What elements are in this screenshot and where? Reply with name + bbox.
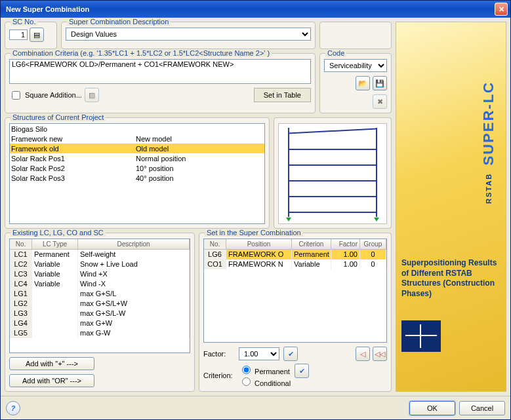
table-row[interactable]: LG4max G+W — [10, 318, 190, 328]
list-item[interactable]: Framework oldOld model — [10, 143, 264, 153]
product-banner: RSTAB SUPER-LC Superpositioning Results … — [396, 22, 506, 392]
list-item[interactable]: Solar Rack Pos210° position — [10, 163, 264, 173]
structures-label: Structures of Current Project — [10, 113, 106, 121]
description-select[interactable]: Design Values — [66, 28, 311, 41]
structure-preview — [278, 123, 387, 224]
pick-icon: ▨ — [85, 88, 99, 102]
help-icon[interactable]: ? — [6, 401, 20, 415]
sc-list-icon[interactable]: ▤ — [30, 28, 44, 42]
col-set-grp: Group — [360, 239, 386, 249]
structures-group: Structures of Current Project Biogas Sil… — [5, 117, 270, 229]
description-group: Super Combination Description Design Val… — [61, 22, 316, 49]
existing-label: Existing LC, LG, CO and SC — [10, 229, 106, 237]
col-type: LC Type — [32, 239, 78, 249]
col-set-pos: Position — [226, 239, 292, 249]
conditional-radio-label[interactable]: Conditional — [239, 379, 291, 387]
table-row[interactable]: LG2max G+S/L+W — [10, 299, 190, 309]
table-row[interactable]: LG1max G+S/L — [10, 289, 190, 299]
code-group: Code Serviceability 📂 💾 ✖ — [319, 53, 392, 113]
criterion-label: Criterion: — [203, 372, 235, 379]
criteria-label: Combination Criteria (e.g. '1.35*LC1 + 1… — [10, 49, 272, 57]
factor-apply-icon[interactable]: ✔ — [283, 347, 298, 361]
criterion-apply-icon[interactable]: ✔ — [295, 364, 309, 378]
sc-no-label: SC No. — [10, 18, 37, 26]
square-addition-label: Square Addition... — [25, 91, 82, 99]
existing-table[interactable]: No. LC Type Description LC1PermanentSelf… — [9, 239, 190, 353]
existing-group: Existing LC, LG, CO and SC No. LC Type D… — [5, 233, 195, 392]
col-no: No. — [10, 239, 32, 249]
col-set-crit: Criterion — [292, 239, 331, 249]
permanent-radio[interactable] — [242, 366, 251, 374]
list-item[interactable]: Solar Rack Pos1Normal position — [10, 153, 264, 163]
permanent-radio-label[interactable]: Permanent — [239, 368, 290, 375]
save-icon[interactable]: 💾 — [373, 76, 387, 90]
dialog-window: New Super Combination ✕ SC No. ▤ Super C… — [0, 0, 511, 420]
description-label: Super Combination Description — [67, 18, 171, 26]
code-label: Code — [325, 49, 346, 57]
list-item[interactable]: Biogas Silo — [10, 124, 264, 134]
list-item[interactable]: Solar Rack Pos340° position — [10, 173, 264, 183]
open-folder-icon[interactable]: 📂 — [356, 76, 370, 90]
factor-label: Factor: — [203, 350, 235, 358]
preview-group — [274, 117, 392, 229]
set-group: Set in the Super Combination No. Positio… — [199, 233, 392, 392]
table-row[interactable]: LC1PermanentSelf-weight — [10, 250, 190, 259]
blank-group — [319, 22, 392, 49]
criteria-textarea[interactable]: LG6<FRAMEWORK OLD>/Permanent + CO1<FRAME… — [9, 59, 311, 84]
factor-select[interactable]: 1.00 — [239, 347, 279, 360]
titlebar: New Super Combination ✕ — [1, 1, 510, 18]
add-with-or-button[interactable]: Add with "OR" ---> — [9, 374, 94, 387]
col-set-no: No. — [204, 239, 226, 249]
set-table[interactable]: No. Position Criterion Factor Group LG6F… — [203, 239, 387, 343]
sc-no-input[interactable] — [9, 29, 28, 40]
banner-text: Superpositioning Results of Different RS… — [401, 258, 501, 299]
code-select[interactable]: Serviceability — [324, 59, 387, 72]
ok-button[interactable]: OK — [409, 401, 455, 415]
footer: ? OK Cancel — [1, 396, 510, 419]
col-set-fac: Factor — [331, 239, 360, 249]
delete-icon: ✖ — [373, 94, 387, 109]
table-row[interactable]: LG6FRAMEWORK OPermanent1.000 — [204, 250, 386, 259]
col-desc: Description — [78, 239, 190, 249]
square-addition-checkbox[interactable] — [12, 91, 20, 100]
table-row[interactable]: LC3VariableWind +X — [10, 269, 190, 279]
sc-no-group: SC No. ▤ — [5, 22, 57, 49]
window-title: New Super Combination — [3, 5, 495, 13]
structures-list[interactable]: Biogas SiloFramework newNew modelFramewo… — [9, 123, 265, 224]
close-icon[interactable]: ✕ — [495, 3, 508, 16]
add-with-plus-button[interactable]: Add with "+" ---> — [9, 357, 94, 370]
set-label: Set in the Super Combination — [205, 229, 303, 237]
list-item[interactable]: Framework newNew model — [10, 134, 264, 143]
table-row[interactable]: CO1FRAMEWORK NVariable1.000 — [204, 259, 386, 269]
table-row[interactable]: LG3max G+S/L-W — [10, 309, 190, 318]
cancel-button[interactable]: Cancel — [459, 401, 505, 415]
conditional-radio[interactable] — [242, 377, 251, 386]
table-row[interactable]: LG5max G-W — [10, 328, 190, 338]
prev-icon[interactable]: ◁ — [356, 347, 370, 361]
criteria-group: Combination Criteria (e.g. '1.35*LC1 + 1… — [5, 53, 316, 113]
table-row[interactable]: LC2VariableSnow + Live Load — [10, 259, 190, 269]
set-in-table-button[interactable]: Set in Table — [254, 88, 311, 102]
table-row[interactable]: LC4VariableWind -X — [10, 279, 190, 289]
rewind-icon[interactable]: ◁◁ — [373, 347, 387, 361]
banner-logo-icon — [401, 320, 441, 352]
